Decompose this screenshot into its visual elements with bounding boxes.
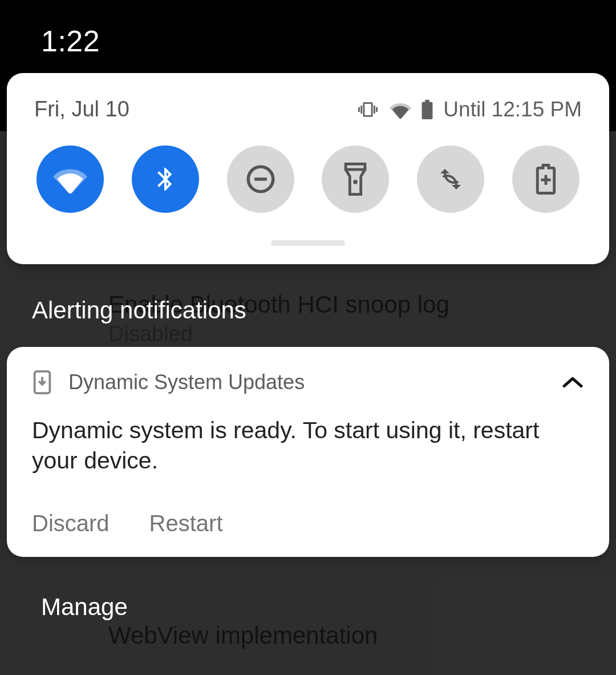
quick-settings-panel: Fri, Jul 10 Until 12:15 PM (7, 73, 609, 264)
quick-settings-date: Fri, Jul 10 (34, 97, 129, 122)
vibrate-icon (356, 100, 379, 119)
restart-button[interactable]: Restart (149, 511, 223, 536)
quick-settings-status: Until 12:15 PM (356, 98, 582, 122)
quick-settings-header: Fri, Jul 10 Until 12:15 PM (34, 97, 582, 122)
tile-bluetooth[interactable] (132, 145, 199, 213)
notification-actions: Discard Restart (32, 511, 584, 536)
tile-wifi[interactable] (37, 145, 104, 213)
svg-point-3 (354, 180, 358, 184)
quick-settings-drag-handle[interactable] (271, 240, 345, 246)
auto-rotate-icon (434, 165, 467, 193)
battery-status-icon (422, 100, 433, 119)
quick-settings-tiles (34, 145, 582, 213)
bluetooth-icon (152, 162, 179, 196)
notification-app-name: Dynamic System Updates (68, 370, 545, 394)
notification-header: Dynamic System Updates (32, 370, 584, 395)
flashlight-icon (344, 163, 367, 196)
manage-button[interactable]: Manage (41, 593, 128, 621)
battery-until-label: Until 12:15 PM (443, 98, 582, 122)
battery-saver-icon (536, 164, 556, 195)
collapse-icon[interactable] (561, 371, 584, 394)
tile-flashlight[interactable] (322, 145, 389, 213)
status-bar-clock: 1:22 (41, 24, 100, 58)
dnd-icon (244, 163, 277, 196)
svg-rect-2 (346, 164, 365, 169)
wifi-icon (53, 165, 87, 193)
notification-card[interactable]: Dynamic System Updates Dynamic system is… (7, 347, 609, 557)
wifi-status-icon (390, 100, 411, 119)
discard-button[interactable]: Discard (32, 511, 110, 536)
alerting-section-label: Alerting notifications (32, 297, 246, 324)
status-icons-group (356, 100, 433, 119)
tile-do-not-disturb[interactable] (227, 145, 294, 213)
tile-auto-rotate[interactable] (417, 145, 484, 213)
system-update-icon (32, 370, 52, 395)
tile-battery-saver[interactable] (512, 145, 579, 213)
notification-body: Dynamic system is ready. To start using … (32, 415, 584, 476)
